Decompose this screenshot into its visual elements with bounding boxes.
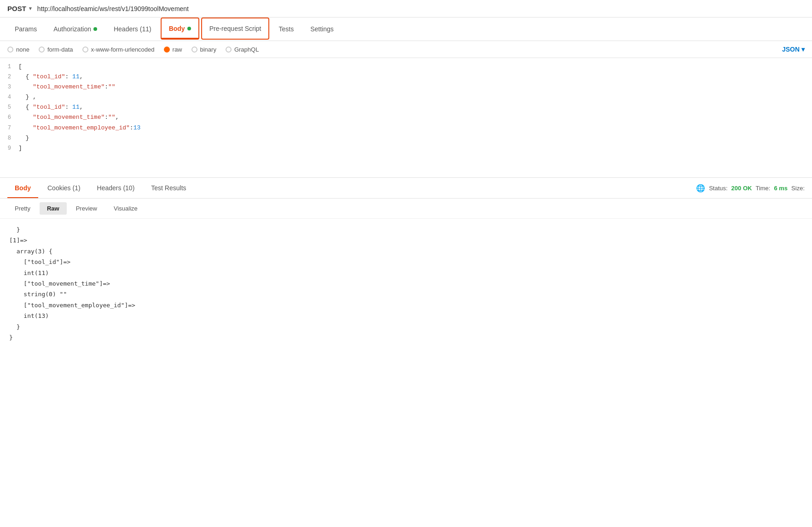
status-info: 🌐 Status: 200 OK Time: 6 ms Size:: [696, 184, 805, 193]
response-tab-headers-label: Headers (10): [97, 184, 135, 192]
body-dot: [187, 27, 191, 30]
method-chevron: ▾: [29, 6, 32, 12]
tab-authorization[interactable]: Authorization: [46, 19, 104, 39]
code-line-7: 7 "tool_movement_employee_id":13: [0, 123, 812, 133]
globe-icon: 🌐: [696, 184, 705, 193]
url-input[interactable]: [37, 5, 805, 12]
none-radio: [7, 47, 13, 53]
subtab-preview-label: Preview: [76, 205, 97, 212]
graphql-radio: [226, 47, 232, 53]
code-line-1: 1 [: [0, 62, 812, 72]
graphql-label: GraphQL: [234, 46, 259, 53]
form-data-radio: [39, 47, 45, 53]
tab-prerequest-label: Pre-request Script: [209, 25, 261, 32]
code-line-4: 4 } ,: [0, 92, 812, 102]
body-type-raw[interactable]: raw: [164, 46, 182, 53]
code-editor[interactable]: 1 [ 2 { "tool_id": 11, 3 "tool_movement_…: [0, 58, 812, 178]
subtab-pretty-label: Pretty: [15, 205, 30, 212]
subtab-preview[interactable]: Preview: [69, 202, 104, 215]
response-tab-test-results-label: Test Results: [151, 184, 186, 192]
code-line-8: 8 }: [0, 133, 812, 143]
tab-settings-label: Settings: [310, 25, 334, 33]
response-body-content: } [1]=> array(3) { ["tool_id"]=> int(11)…: [9, 224, 803, 343]
code-line-6: 6 "tool_movement_time":"",: [0, 112, 812, 123]
subtab-pretty[interactable]: Pretty: [7, 202, 38, 215]
response-tab-cookies-label: Cookies (1): [47, 184, 81, 192]
tab-params-label: Params: [15, 25, 37, 33]
tab-body-label: Body: [169, 25, 185, 32]
tab-authorization-label: Authorization: [53, 25, 91, 33]
urlencoded-radio: [82, 47, 88, 53]
body-type-form-data[interactable]: form-data: [39, 46, 73, 53]
tab-tests-label: Tests: [278, 25, 294, 33]
body-type-graphql[interactable]: GraphQL: [226, 46, 259, 53]
subtab-raw-label: Raw: [47, 205, 59, 212]
urlencoded-label: x-www-form-urlencoded: [91, 46, 155, 53]
binary-label: binary: [200, 46, 216, 53]
response-tab-cookies[interactable]: Cookies (1): [40, 178, 88, 198]
response-tab-body-label: Body: [15, 184, 31, 192]
body-type-row: none form-data x-www-form-urlencoded raw…: [0, 41, 812, 58]
code-line-9: 9 ]: [0, 143, 812, 153]
tab-params[interactable]: Params: [7, 19, 44, 39]
tab-prerequest[interactable]: Pre-request Script: [201, 18, 270, 40]
tab-headers[interactable]: Headers (11): [106, 19, 159, 39]
response-subtabs: Pretty Raw Preview Visualize: [0, 199, 812, 219]
response-tab-test-results[interactable]: Test Results: [144, 178, 193, 198]
subtab-visualize-label: Visualize: [114, 205, 138, 212]
url-bar: POST ▾: [0, 0, 812, 18]
status-value: 200 OK: [731, 185, 752, 192]
json-label: JSON: [782, 46, 800, 53]
code-line-2: 2 { "tool_id": 11,: [0, 72, 812, 82]
subtab-raw[interactable]: Raw: [40, 202, 67, 215]
tab-body[interactable]: Body: [161, 18, 199, 40]
method-selector[interactable]: POST ▾: [7, 5, 32, 12]
time-label: Time:: [755, 185, 770, 192]
raw-label: raw: [173, 46, 182, 53]
binary-radio: [191, 47, 197, 53]
code-line-5: 5 { "tool_id": 11,: [0, 102, 812, 112]
tab-headers-label: Headers (11): [114, 25, 151, 33]
response-tab-headers[interactable]: Headers (10): [90, 178, 142, 198]
response-tab-body[interactable]: Body: [7, 178, 38, 198]
status-label: Status:: [709, 185, 727, 192]
method-label: POST: [7, 5, 26, 12]
authorization-dot: [93, 27, 97, 31]
raw-radio: [164, 47, 170, 53]
size-label: Size:: [791, 185, 805, 192]
app-container: POST ▾ Params Authorization Headers (11)…: [0, 0, 812, 348]
json-chevron: ▾: [801, 46, 805, 53]
request-tabs: Params Authorization Headers (11) Body P…: [0, 18, 812, 41]
code-line-3: 3 "tool_movement_time":"": [0, 82, 812, 92]
tab-tests[interactable]: Tests: [271, 19, 301, 39]
response-tabs: Body Cookies (1) Headers (10) Test Resul…: [0, 178, 812, 199]
body-type-binary[interactable]: binary: [191, 46, 216, 53]
none-label: none: [16, 46, 29, 53]
tab-settings[interactable]: Settings: [303, 19, 341, 39]
subtab-visualize[interactable]: Visualize: [106, 202, 145, 215]
json-format-selector[interactable]: JSON ▾: [782, 46, 805, 53]
response-body: } [1]=> array(3) { ["tool_id"]=> int(11)…: [0, 219, 812, 348]
time-value: 6 ms: [774, 185, 788, 192]
form-data-label: form-data: [47, 46, 73, 53]
body-type-none[interactable]: none: [7, 46, 29, 53]
body-type-urlencoded[interactable]: x-www-form-urlencoded: [82, 46, 155, 53]
